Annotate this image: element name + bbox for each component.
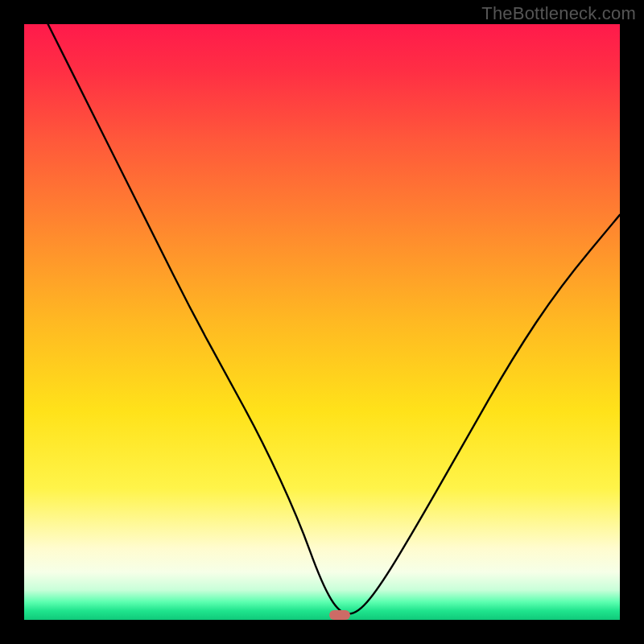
chart-frame: TheBottleneck.com: [0, 0, 644, 644]
watermark-text: TheBottleneck.com: [481, 3, 636, 24]
plot-area: [24, 24, 620, 620]
bottleneck-curve: [24, 24, 620, 620]
optimal-marker: [329, 610, 350, 620]
